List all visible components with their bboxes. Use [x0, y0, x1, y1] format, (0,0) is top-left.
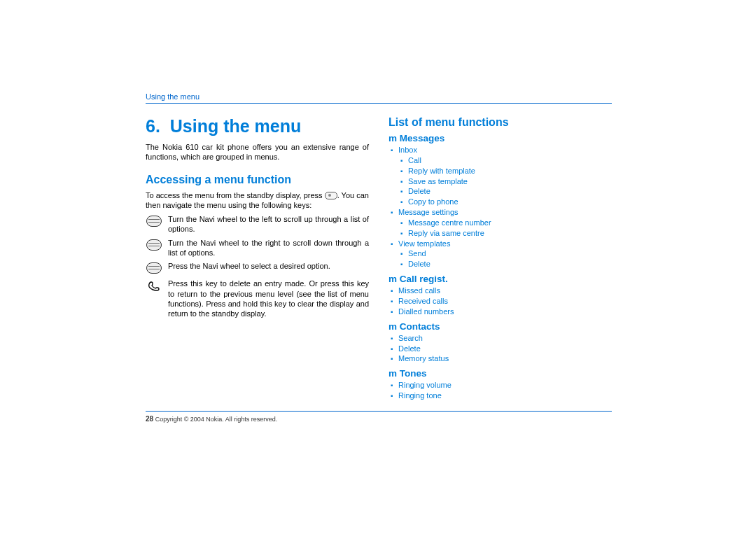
two-column-layout: 6. Using the menu The Nokia 610 car kit … — [146, 116, 612, 401]
menu-function-list: m MessagesInboxCallReply with templateSa… — [388, 133, 612, 401]
right-column: List of menu functions m MessagesInboxCa… — [388, 116, 612, 401]
chapter-title: Using the menu — [170, 116, 302, 136]
copyright-text: Copyright © 2004 Nokia. All rights reser… — [155, 416, 278, 423]
menu-item: Dialled numbers — [388, 307, 612, 317]
chapter-number: 6. — [146, 116, 160, 136]
menu-subitem: Delete — [388, 259, 612, 269]
menu-subitem: Copy to phone — [388, 197, 612, 207]
menu-category: m Messages — [388, 133, 612, 143]
menu-subitem: Call — [388, 155, 612, 166]
top-rule — [146, 103, 612, 104]
menu-item: Memory status — [388, 353, 612, 364]
access-text-before: To access the menu from the standby disp… — [146, 191, 325, 199]
menu-subitem: Reply with template — [388, 166, 612, 176]
menu-subitem: Message centre number — [388, 218, 612, 228]
menu-item: Delete — [388, 344, 612, 354]
navi-wheel-left-icon — [146, 214, 162, 228]
menu-subitem: Send — [388, 248, 612, 259]
manual-page: Using the menu 6. Using the menu The Nok… — [146, 92, 612, 423]
menu-item: View templates — [388, 239, 612, 249]
access-paragraph: To access the menu from the standby disp… — [146, 190, 369, 211]
page-number: 28 — [146, 415, 153, 423]
menu-item: Inbox — [388, 145, 612, 155]
instruction-row: Turn the Navi wheel to the left to scrol… — [146, 214, 369, 234]
section-accessing: Accessing a menu function — [146, 174, 369, 186]
running-header: Using the menu — [146, 92, 612, 101]
menu-key-icon — [325, 192, 337, 199]
menu-item: Search — [388, 333, 612, 344]
menu-subitem: Save as template — [388, 176, 612, 187]
navi-wheel-press-icon — [146, 261, 162, 275]
instruction-text: Press the Navi wheel to select a desired… — [168, 261, 369, 271]
section-list: List of menu functions — [388, 116, 612, 129]
menu-subitem: Reply via same centre — [388, 228, 612, 239]
menu-item: Message settings — [388, 207, 612, 218]
menu-item: Received calls — [388, 296, 612, 307]
back-key-icon — [146, 279, 162, 293]
instruction-text: Turn the Navi wheel to the right to scro… — [168, 238, 369, 258]
intro-paragraph: The Nokia 610 car kit phone offers you a… — [146, 142, 369, 162]
chapter-heading: 6. Using the menu — [146, 116, 369, 136]
navi-wheel-right-icon — [146, 238, 162, 252]
instruction-text: Turn the Navi wheel to the left to scrol… — [168, 214, 369, 234]
menu-subitem: Delete — [388, 186, 612, 197]
bottom-rule — [146, 411, 612, 412]
menu-item: Ringing tone — [388, 391, 612, 401]
instruction-text: Press this key to delete an entry made. … — [168, 279, 369, 318]
instruction-row: Press this key to delete an entry made. … — [146, 279, 369, 318]
menu-item: Missed calls — [388, 286, 612, 296]
menu-item: Ringing volume — [388, 380, 612, 391]
page-footer: 28 Copyright © 2004 Nokia. All rights re… — [146, 415, 612, 423]
menu-category: m Contacts — [388, 321, 612, 332]
instruction-row: Press the Navi wheel to select a desired… — [146, 261, 369, 275]
menu-category: m Tones — [388, 368, 612, 379]
menu-category: m Call regist. — [388, 274, 612, 284]
instruction-row: Turn the Navi wheel to the right to scro… — [146, 238, 369, 258]
left-column: 6. Using the menu The Nokia 610 car kit … — [146, 116, 369, 401]
